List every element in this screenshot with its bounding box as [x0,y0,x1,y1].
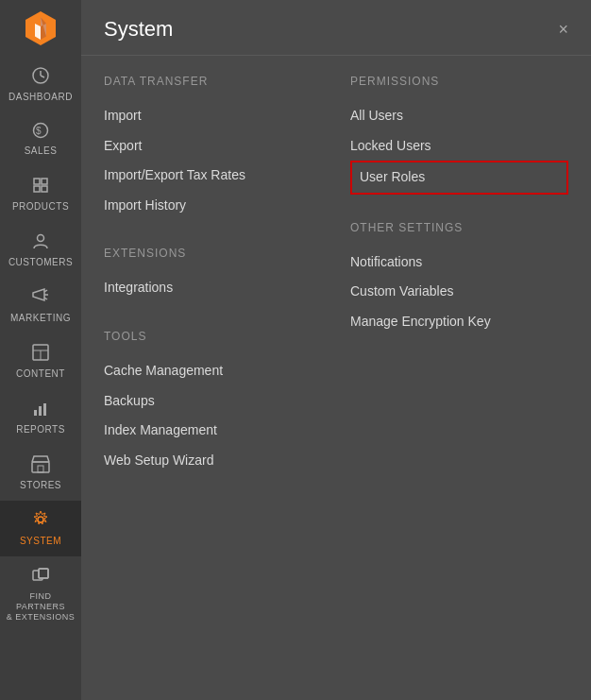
sidebar-item-reports[interactable]: REPORTS [0,389,81,445]
locked-users-link[interactable]: Locked Users [350,131,568,162]
reports-icon [31,399,50,420]
svg-rect-6 [34,179,40,184]
svg-text:$: $ [36,126,42,136]
import-link[interactable]: Import [104,101,322,131]
sidebar-item-label: DASHBOARD [8,92,73,103]
data-transfer-header: Data Transfer [104,75,322,88]
backups-link[interactable]: Backups [104,386,322,417]
sidebar-item-label: FIND PARTNERS & EXTENSIONS [4,591,77,622]
sidebar-item-customers[interactable]: CUSTOMERS [0,222,81,278]
other-settings-header: Other Settings [350,221,568,234]
other-settings-section: Other Settings Notifications Custom Vari… [350,221,568,337]
left-column: Data Transfer Import Export Import/Expor… [104,75,341,502]
sidebar-item-label: SYSTEM [20,536,61,547]
sidebar-item-system[interactable]: SYSTEM [0,501,81,556]
export-link[interactable]: Export [104,131,322,162]
svg-rect-8 [34,186,40,192]
close-button[interactable]: × [558,21,568,38]
web-setup-wizard-link[interactable]: Web Setup Wizard [104,446,322,476]
svg-rect-20 [43,403,46,416]
sidebar-item-label: CUSTOMERS [8,257,73,268]
cache-management-link[interactable]: Cache Management [104,356,322,386]
custom-variables-link[interactable]: Custom Variables [350,277,568,307]
permissions-header: Permissions [350,75,568,88]
sidebar-item-label: CONTENT [16,368,65,380]
sidebar: DASHBOARD $ SALES PRODUCTS CUSTOMERS MAR… [0,0,81,700]
sidebar-item-sales[interactable]: $ SALES [0,112,81,166]
sales-icon: $ [32,122,49,142]
svg-rect-23 [38,466,43,472]
tools-section: Tools Cache Management Backups Index Man… [104,330,322,475]
extensions-header: Extensions [104,247,322,260]
products-icon [31,176,50,197]
panel-body: Data Transfer Import Export Import/Expor… [81,56,591,521]
dashboard-icon [31,66,50,88]
stores-icon [30,454,51,476]
system-icon [31,510,50,532]
extensions-icon [31,566,50,588]
notifications-link[interactable]: Notifications [350,248,568,278]
sidebar-item-marketing[interactable]: MARKETING [0,278,81,333]
sidebar-item-label: SALES [25,145,58,157]
svg-rect-19 [39,406,42,416]
import-export-tax-rates-link[interactable]: Import/Export Tax Rates [104,161,322,191]
svg-rect-7 [42,179,47,184]
sidebar-item-label: MARKETING [10,313,71,324]
svg-rect-18 [34,410,37,416]
svg-marker-11 [33,289,44,300]
sidebar-item-products[interactable]: PRODUCTS [0,166,81,222]
sidebar-item-extensions[interactable]: FIND PARTNERS & EXTENSIONS [0,556,81,635]
user-roles-link[interactable]: User Roles [350,161,568,195]
panel-title: System [104,17,173,42]
sidebar-item-content[interactable]: CONTENT [0,333,81,389]
content-icon [31,343,50,365]
sidebar-item-stores[interactable]: STORES [0,445,81,501]
import-history-link[interactable]: Import History [104,191,322,221]
sidebar-item-label: REPORTS [16,424,65,435]
sidebar-logo [0,0,81,57]
system-panel: System × Data Transfer Import Export Imp… [81,0,591,700]
magento-logo-icon [22,9,59,47]
sidebar-item-label: STORES [20,480,61,491]
all-users-link[interactable]: All Users [350,101,568,131]
svg-point-10 [38,235,44,242]
marketing-icon [31,287,50,309]
manage-encryption-key-link[interactable]: Manage Encryption Key [350,307,568,337]
extensions-section: Extensions Integrations [104,247,322,303]
sidebar-item-dashboard[interactable]: DASHBOARD [0,57,81,112]
integrations-link[interactable]: Integrations [104,273,322,303]
svg-rect-9 [42,186,47,192]
customers-icon [31,231,50,253]
tools-header: Tools [104,330,322,343]
index-management-link[interactable]: Index Management [104,416,322,446]
data-transfer-section: Data Transfer Import Export Import/Expor… [104,75,322,220]
sidebar-item-label: PRODUCTS [12,201,69,213]
svg-rect-21 [32,462,49,472]
right-column: Permissions All Users Locked Users User … [341,75,568,502]
permissions-section: Permissions All Users Locked Users User … [350,75,568,195]
panel-header: System × [81,0,591,56]
svg-rect-26 [39,569,48,578]
